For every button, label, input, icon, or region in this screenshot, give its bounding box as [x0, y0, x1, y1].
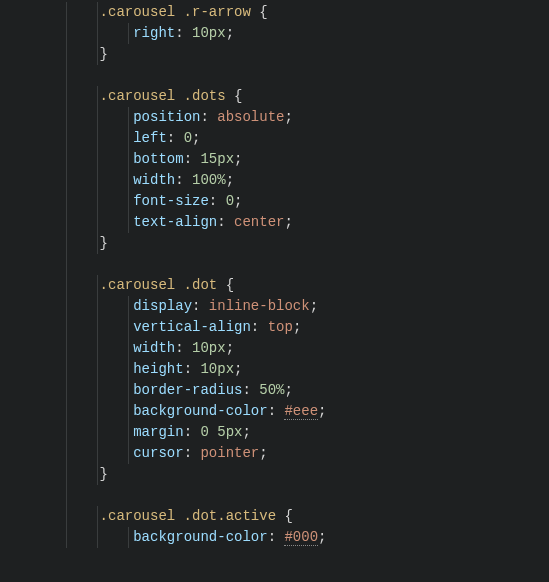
css-declaration-line[interactable]: width: 10px;: [66, 338, 549, 359]
css-close-brace-line[interactable]: }: [66, 464, 549, 485]
css-declaration-line[interactable]: height: 10px;: [66, 359, 549, 380]
css-selector-line[interactable]: .carousel .r-arrow {: [66, 2, 549, 23]
css-close-brace-line[interactable]: }: [66, 233, 549, 254]
css-declaration-line[interactable]: right: 10px;: [66, 23, 549, 44]
css-selector-line[interactable]: .carousel .dot.active {: [66, 506, 549, 527]
css-declaration-line[interactable]: text-align: center;: [66, 212, 549, 233]
css-declaration-line[interactable]: margin: 0 5px;: [66, 422, 549, 443]
css-close-brace-line[interactable]: }: [66, 44, 549, 65]
css-declaration-line[interactable]: background-color: #000;: [66, 527, 549, 548]
blank-line[interactable]: [66, 254, 549, 275]
css-declaration-line[interactable]: width: 100%;: [66, 170, 549, 191]
css-selector-line[interactable]: .carousel .dot {: [66, 275, 549, 296]
css-declaration-line[interactable]: vertical-align: top;: [66, 317, 549, 338]
blank-line[interactable]: [66, 485, 549, 506]
css-declaration-line[interactable]: background-color: #eee;: [66, 401, 549, 422]
css-declaration-line[interactable]: bottom: 15px;: [66, 149, 549, 170]
blank-line[interactable]: [66, 65, 549, 86]
css-declaration-line[interactable]: cursor: pointer;: [66, 443, 549, 464]
css-declaration-line[interactable]: border-radius: 50%;: [66, 380, 549, 401]
css-declaration-line[interactable]: display: inline-block;: [66, 296, 549, 317]
css-declaration-line[interactable]: position: absolute;: [66, 107, 549, 128]
code-editor[interactable]: .carousel .r-arrow { right: 10px; } .car…: [0, 2, 549, 548]
css-declaration-line[interactable]: left: 0;: [66, 128, 549, 149]
css-declaration-line[interactable]: font-size: 0;: [66, 191, 549, 212]
css-selector-line[interactable]: .carousel .dots {: [66, 86, 549, 107]
